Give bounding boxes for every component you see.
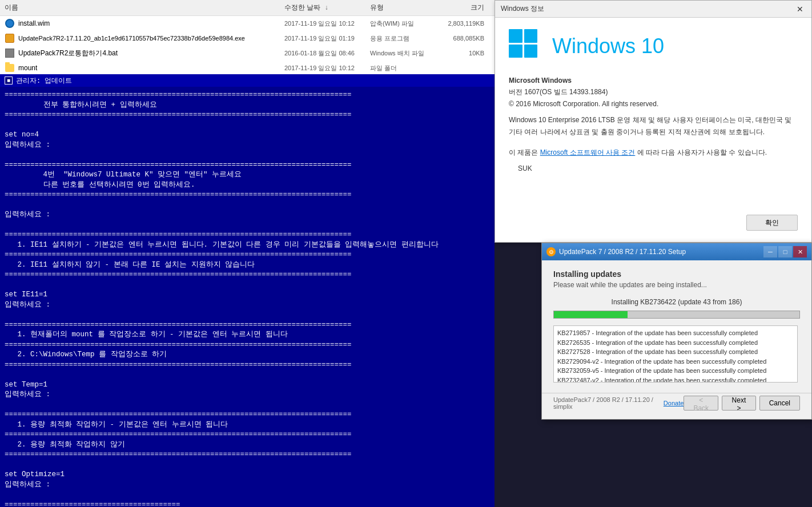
donate-link[interactable]: Donate (664, 400, 684, 407)
progress-bar-container (553, 311, 800, 319)
file-type: Windows 배치 파일 (370, 49, 439, 58)
maximize-button[interactable]: □ (778, 246, 792, 257)
cmd-title: 관리자: 업데이트 (16, 76, 72, 86)
col-name-header[interactable]: 이름 (5, 3, 284, 13)
win10-logo-icon (509, 29, 543, 63)
folder-icon (5, 63, 15, 73)
titlebar-controls: ─ □ ✕ (763, 246, 807, 257)
win-info-close-button[interactable]: ✕ (794, 3, 806, 15)
file-name: UpdatePack7R2로통합하기4.bat (18, 49, 118, 58)
cmd-icon: ■ (5, 77, 13, 84)
installing-subtitle: Please wait while the updates are being … (553, 281, 800, 289)
update-titlebar: ⚙ UpdatePack 7 / 2008 R2 / 17.11.20 Setu… (542, 243, 811, 260)
file-name: mount (18, 64, 37, 72)
update-current-status: Installing KB2736422 (update 43 from 186… (553, 298, 800, 306)
win10-logo: Windows 10 (509, 29, 798, 63)
win-info-text: Microsoft Windows 버전 1607(OS 빌드 14393.18… (509, 75, 798, 175)
file-type: 파일 폴더 (370, 64, 439, 73)
file-date: 2017-11-19 일요일 10:12 (284, 19, 370, 28)
file-explorer: 이름 수정한 날짜 ↓ 유형 크기 install.wim 2017-11-19… (0, 0, 495, 74)
file-size: 688,085KB (439, 35, 484, 42)
col-size-header[interactable]: 크기 (439, 3, 484, 13)
update-buttons: < Back Next > Cancel (684, 396, 800, 411)
file-date: 2017-11-19 일요일 10:12 (284, 64, 370, 73)
update-icon: ⚙ (546, 247, 556, 256)
update-titlebar-left: ⚙ UpdatePack 7 / 2008 R2 / 17.11.20 Setu… (546, 247, 686, 256)
file-row[interactable]: install.wim 2017-11-19 일요일 10:12 압축(WIM)… (0, 16, 495, 31)
back-button[interactable]: < Back (684, 396, 718, 411)
file-name: UpdatePack7R2-17.11.20_ab1c1e9d61710557b… (18, 35, 245, 42)
file-size: 2,803,119KB (439, 20, 484, 27)
license-link[interactable]: Microsoft 소프트웨어 사용 조건 (540, 148, 636, 156)
col-type-header[interactable]: 유형 (370, 3, 439, 13)
update-content: Installing updates Please wait while the… (542, 260, 811, 393)
bat-icon (5, 48, 15, 58)
close-button[interactable]: ✕ (793, 246, 807, 257)
col-date-header[interactable]: 수정한 날짜 ↓ (284, 3, 370, 13)
update-dialog-title: UpdatePack 7 / 2008 R2 / 17.11.20 Setup (559, 248, 686, 256)
cmd-window: ■ 관리자: 업데이트 ============================… (0, 74, 495, 507)
file-type: 압축(WIM) 파일 (370, 19, 439, 28)
cmd-content: ========================================… (0, 87, 495, 507)
win-info-content: Windows 10 Microsoft Windows 버전 1607(OS … (495, 18, 811, 186)
next-button[interactable]: Next > (722, 396, 755, 411)
file-row[interactable]: UpdatePack7R2-17.11.20_ab1c1e9d61710557b… (0, 31, 495, 46)
installing-title: Installing updates (553, 269, 800, 279)
update-footer-text: UpdatePack7 / 2008 R2 / 17.11.20 / simpl… (553, 396, 664, 410)
win-info-ok-button[interactable]: 확인 (746, 215, 798, 231)
cancel-button[interactable]: Cancel (759, 396, 800, 411)
file-date: 2016-01-18 월요일 08:46 (284, 49, 370, 58)
windows-info-panel: Windows 정보 ✕ Windows 10 Microsoft Window… (495, 0, 812, 243)
win-info-titlebar: Windows 정보 ✕ (495, 1, 811, 18)
exe-icon (5, 33, 15, 43)
file-type: 응용 프로그램 (370, 34, 439, 43)
file-row[interactable]: mount 2017-11-19 일요일 10:12 파일 폴더 (0, 61, 495, 75)
minimize-button[interactable]: ─ (763, 246, 777, 257)
win-info-title: Windows 정보 (501, 4, 544, 14)
cmd-titlebar: ■ 관리자: 업데이트 (0, 74, 495, 87)
update-dialog: ⚙ UpdatePack 7 / 2008 R2 / 17.11.20 Setu… (541, 243, 812, 420)
file-date: 2017-11-19 일요일 01:19 (284, 34, 370, 43)
progress-bar-fill (554, 311, 628, 318)
file-size: 10KB (439, 50, 484, 57)
wim-icon (5, 18, 15, 29)
file-name: install.wim (18, 19, 50, 27)
update-footer: UpdatePack7 / 2008 R2 / 17.11.20 / simpl… (542, 393, 811, 415)
update-log[interactable]: KB2719857 - Integration of the update ha… (553, 325, 798, 383)
file-row[interactable]: UpdatePack7R2로통합하기4.bat 2016-01-18 월요일 0… (0, 46, 495, 61)
sort-arrow-icon: ↓ (325, 3, 328, 11)
win10-logo-text: Windows 10 (552, 34, 664, 58)
file-explorer-header: 이름 수정한 날짜 ↓ 유형 크기 (0, 0, 495, 16)
